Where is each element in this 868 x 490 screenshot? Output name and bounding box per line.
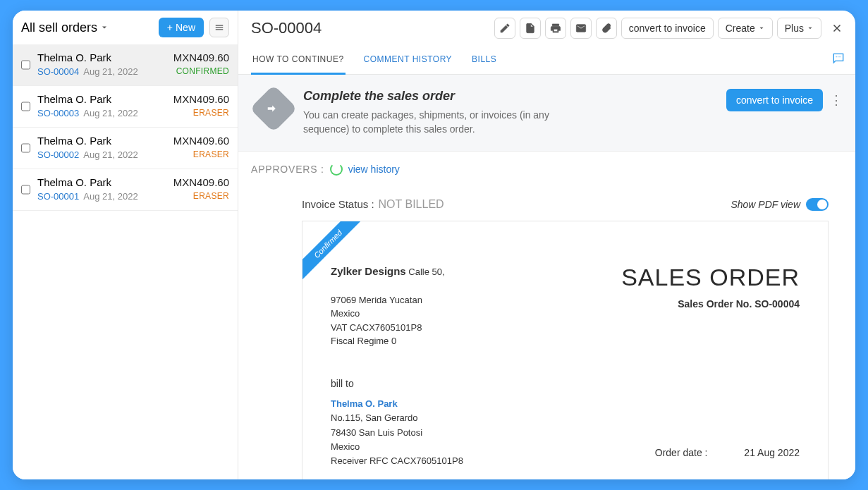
document-subtitle: Sales Order No. SO-00004 [621, 298, 800, 310]
order-date-value: 21 Aug 2022 [744, 447, 800, 458]
main-header: SO-00004 convert to invoice Create Plus [238, 11, 855, 46]
tab-bills[interactable]: BILLS [470, 46, 498, 74]
main-body: Complete the sales order You can create … [238, 75, 855, 479]
file-pdf-icon [525, 23, 536, 34]
order-customer: Thelma O. Park [37, 176, 166, 188]
order-list: Thelma O. ParkSO-00004Aug 21, 2022MXN409… [13, 44, 238, 479]
order-amount: MXN409.60 [173, 51, 229, 63]
new-order-button[interactable]: + New [159, 18, 204, 37]
order-status: ERASER [173, 108, 229, 118]
printer-icon [550, 23, 561, 34]
order-id: SO-00004 [37, 66, 79, 77]
order-status: ERASER [173, 149, 229, 159]
document-title: SALES ORDER [621, 264, 800, 291]
pdf-button[interactable] [520, 18, 541, 39]
chat-bubble-icon [831, 51, 845, 66]
order-customer: Thelma O. Park [37, 93, 166, 105]
order-row[interactable]: Thelma O. ParkSO-00003Aug 21, 2022MXN409… [13, 86, 238, 128]
order-date: Aug 21, 2022 [83, 108, 137, 118]
approvers-label: APPROVERS : [251, 164, 324, 175]
company-addr2: 97069 Merida Yucatan [331, 295, 422, 305]
create-dropdown[interactable]: Create [718, 18, 773, 39]
order-id: SO-00002 [37, 149, 79, 160]
approvers-row: APPROVERS : view history [238, 152, 855, 187]
banner-body: You can create packages, shipments, or i… [303, 108, 578, 137]
mail-icon [575, 23, 587, 34]
company-addr1: Calle 50, [408, 267, 444, 277]
close-icon [831, 22, 843, 35]
approver-status-icon [330, 163, 343, 176]
invoice-status-row: Invoice Status : NOT BILLED Show PDF vie… [238, 187, 855, 221]
hamburger-icon [214, 23, 225, 32]
print-button[interactable] [545, 18, 566, 39]
invoice-status-value: NOT BILLED [379, 198, 444, 211]
order-row[interactable]: Thelma O. ParkSO-00002Aug 21, 2022MXN409… [13, 128, 238, 169]
chevron-down-icon [758, 25, 765, 32]
order-date: Order date : 21 Aug 2022 [655, 447, 800, 458]
order-id: SO-00001 [37, 191, 79, 202]
tab-bar: HOW TO CONTINUE? COMMENT HISTORY BILLS [238, 46, 855, 75]
view-history-link[interactable]: view history [348, 164, 400, 175]
email-button[interactable] [570, 18, 592, 39]
bill-to-name: Thelma O. Park [331, 397, 800, 411]
order-status: CONFIRMED [173, 66, 229, 76]
edit-button[interactable] [494, 18, 515, 39]
show-pdf-label: Show PDF view [731, 199, 800, 210]
attach-button[interactable] [596, 18, 617, 39]
page-title: SO-00004 [251, 19, 322, 37]
main-panel: SO-00004 convert to invoice Create Plus … [238, 11, 855, 479]
sidebar: All sell orders + New Thelma O. ParkSO-0… [13, 11, 238, 479]
sidebar-menu-button[interactable] [209, 18, 229, 37]
tab-how-to-continue[interactable]: HOW TO CONTINUE? [251, 46, 346, 75]
invoice-status-label: Invoice Status : [302, 198, 374, 210]
order-date: Aug 21, 2022 [83, 149, 137, 160]
company-addr3: Mexico [331, 308, 360, 319]
complete-order-banner: Complete the sales order You can create … [238, 75, 855, 152]
banner-more-button[interactable]: ⋮ [830, 94, 843, 106]
order-row[interactable]: Thelma O. ParkSO-00004Aug 21, 2022MXN409… [13, 44, 238, 86]
order-date: Aug 21, 2022 [83, 191, 137, 202]
order-select-checkbox[interactable] [21, 53, 30, 77]
order-amount: MXN409.60 [173, 135, 229, 147]
order-customer: Thelma O. Park [37, 51, 166, 63]
pencil-icon [499, 23, 511, 34]
order-id: SO-00003 [37, 108, 79, 118]
order-amount: MXN409.60 [173, 93, 229, 105]
order-select-checkbox[interactable] [21, 94, 30, 118]
bill-to-label: bill to [331, 376, 800, 392]
order-row[interactable]: Thelma O. ParkSO-00001Aug 21, 2022MXN409… [13, 169, 238, 211]
orders-filter-dropdown[interactable]: All sell orders [21, 20, 109, 35]
bill-to-addr2: 78430 San Luis Potosi [331, 426, 800, 440]
order-select-checkbox[interactable] [21, 178, 30, 202]
banner-title: Complete the sales order [303, 89, 578, 104]
show-pdf-toggle[interactable] [806, 198, 829, 211]
tab-comment-history[interactable]: COMMENT HISTORY [362, 46, 454, 74]
paperclip-icon [601, 23, 612, 34]
order-select-checkbox[interactable] [21, 136, 30, 160]
chevron-down-icon [807, 25, 814, 32]
company-fiscal: Fiscal Regime 0 [331, 336, 396, 346]
order-date: Aug 21, 2022 [83, 66, 137, 77]
close-button[interactable] [829, 20, 845, 37]
comments-button[interactable] [831, 51, 845, 68]
document-container: Confirmed Zylker Designs Calle 50, 97069… [238, 221, 855, 479]
plus-icon: + [167, 22, 173, 33]
document-heading: SALES ORDER Sales Order No. SO-00004 [621, 264, 800, 310]
order-date-label: Order date : [655, 447, 708, 458]
chevron-down-icon [100, 23, 109, 32]
banner-convert-button[interactable]: convert to invoice [726, 89, 823, 111]
order-status: ERASER [173, 191, 229, 201]
confirmed-ribbon: Confirmed [302, 221, 363, 282]
order-customer: Thelma O. Park [37, 135, 166, 147]
convert-to-invoice-button[interactable]: convert to invoice [621, 18, 714, 39]
banner-arrow-icon [250, 85, 298, 133]
sales-order-document: Confirmed Zylker Designs Calle 50, 97069… [302, 221, 829, 479]
order-amount: MXN409.60 [173, 176, 229, 188]
orders-filter-label: All sell orders [21, 20, 97, 35]
sidebar-header: All sell orders + New [13, 11, 238, 44]
new-order-label: New [176, 22, 195, 33]
company-vat: VAT CACX7605101P8 [331, 322, 422, 333]
plus-dropdown[interactable]: Plus [777, 18, 821, 39]
bill-to-addr1: No.115, San Gerardo [331, 411, 800, 425]
banner-text: Complete the sales order You can create … [303, 89, 578, 137]
